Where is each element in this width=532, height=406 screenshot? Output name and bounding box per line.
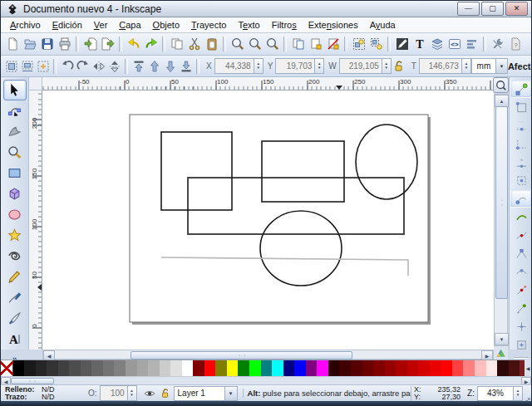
menu-archivo[interactable]: Archivo (4, 18, 47, 32)
color-swatch-ff8080[interactable] (463, 360, 475, 376)
snap-page-border-button[interactable] (510, 335, 532, 354)
import-document-button[interactable] (81, 35, 99, 53)
color-swatch-800000[interactable] (373, 360, 385, 376)
rectangle-tool-button[interactable] (3, 163, 27, 183)
menu-ver[interactable]: Ver (88, 18, 114, 32)
color-swatch-a6a6a6[interactable] (137, 360, 149, 376)
menu-edición[interactable]: Edición (47, 18, 88, 32)
scroll-up-icon[interactable]: ▲ (495, 95, 509, 107)
lower-button[interactable] (162, 57, 178, 76)
document-properties-button[interactable]: ? (506, 35, 524, 53)
clone-button[interactable] (307, 35, 324, 53)
rotate-90-cw-button[interactable] (75, 57, 91, 76)
ungroup-objects-button[interactable] (367, 35, 385, 53)
snap-bbox-edges-button[interactable] (510, 116, 532, 135)
duplicate-button[interactable] (289, 35, 307, 53)
color-swatch-00ffff[interactable] (272, 360, 283, 376)
palette-scrollbar[interactable]: ◀ ▶ (1, 376, 531, 384)
spiral-tool-button[interactable] (3, 246, 27, 267)
snap-bbox-midpoints-button[interactable] (510, 153, 532, 171)
group-objects-button[interactable] (350, 35, 367, 53)
snap-paths-button[interactable] (510, 208, 532, 226)
layers-dialog-button[interactable] (428, 35, 446, 53)
color-swatch-400000[interactable] (339, 360, 351, 376)
horizontal-ruler[interactable]: -50050100150200250300350 (42, 77, 494, 90)
menu-capa[interactable]: Capa (113, 18, 146, 32)
height-spinner[interactable]: ▲▼ (462, 58, 471, 74)
resize-grip[interactable] (523, 386, 531, 401)
unlink-clone-button[interactable] (324, 35, 342, 53)
color-swatch-ff4040[interactable] (452, 360, 464, 376)
zoom-tool-button[interactable] (3, 142, 27, 163)
snap-rotation-centers-button[interactable] (510, 317, 532, 335)
color-swatch-2e0808[interactable] (497, 360, 509, 376)
snap-bbox-button[interactable] (510, 98, 532, 116)
text-dialog-button[interactable]: T (411, 35, 428, 53)
width-spinner[interactable]: ▲▼ (382, 58, 392, 74)
color-swatch-000000[interactable] (13, 360, 25, 376)
menu-objeto[interactable]: Objeto (147, 18, 185, 32)
flip-horizontal-button[interactable] (91, 57, 106, 76)
color-swatch-262626[interactable] (36, 360, 47, 376)
zoom-selection-button[interactable] (229, 35, 246, 53)
export-document-button[interactable] (99, 35, 116, 53)
color-swatch-008080[interactable] (261, 360, 273, 376)
x-spinner[interactable]: ▲▼ (254, 58, 264, 74)
bezier-pen-tool-button[interactable] (3, 287, 27, 308)
x-field[interactable]: 44,338 (214, 58, 254, 74)
cut-button[interactable] (185, 35, 203, 53)
palette-overflow-icon[interactable]: ◀ (525, 360, 531, 376)
color-swatch-ffe9e9[interactable] (486, 360, 498, 376)
color-swatch-808000[interactable] (215, 360, 227, 376)
rotate-90-ccw-button[interactable] (59, 57, 75, 76)
menu-ayuda[interactable]: Ayuda (364, 18, 401, 32)
snap-bbox-centers-button[interactable] (510, 171, 532, 189)
3d-box-tool-button[interactable] (3, 183, 27, 204)
color-swatch-c00000[interactable] (407, 360, 419, 376)
vertical-scroll-thumb[interactable] (495, 106, 508, 299)
layer-dropdown-icon[interactable]: ▼ (225, 386, 238, 401)
color-swatch-404040[interactable] (58, 360, 70, 376)
color-swatch-ff0000[interactable] (204, 360, 216, 376)
redo-button[interactable] (142, 35, 160, 53)
y-spinner[interactable]: ▲▼ (315, 58, 324, 74)
horizontal-scrollbar[interactable]: ◀ ▶ (42, 350, 494, 360)
color-swatch-666666[interactable] (91, 360, 103, 376)
color-swatch-ffffff[interactable] (182, 360, 194, 376)
units-select[interactable]: mm (471, 58, 496, 74)
fill-stroke-indicator[interactable]: Relleno: N/D Trazo: N/D (1, 386, 84, 401)
lower-to-bottom-button[interactable] (178, 57, 194, 76)
color-swatch-00ff00[interactable] (249, 360, 261, 376)
color-swatch-ab0000[interactable] (396, 360, 407, 376)
text-tool-button[interactable]: A (3, 329, 27, 350)
paste-button[interactable] (203, 35, 220, 53)
color-swatch-1a1a1a[interactable] (24, 360, 36, 376)
color-swatch-ff00ff[interactable] (317, 360, 328, 376)
star-tool-button[interactable] (3, 225, 27, 246)
pencil-tool-button[interactable] (3, 267, 27, 287)
color-swatch-2b0000[interactable] (328, 360, 340, 376)
horizontal-scroll-thumb[interactable] (131, 351, 352, 360)
lock-ratio-icon[interactable] (392, 57, 407, 76)
layer-visibility-eye-icon[interactable] (143, 387, 157, 400)
color-swatch-e0e0e0[interactable] (170, 360, 182, 376)
minimize-button[interactable]: — (457, 2, 480, 16)
snap-intersections-button[interactable] (510, 226, 532, 244)
align-dialog-button[interactable] (463, 35, 480, 53)
color-swatch-808080[interactable] (114, 360, 126, 376)
scroll-down-icon[interactable]: ▼ (495, 333, 509, 345)
color-swatch-cccccc[interactable] (160, 360, 171, 376)
selector-button[interactable] (3, 80, 27, 100)
color-swatch-0000ff[interactable] (294, 360, 306, 376)
snap-smooth-nodes-button[interactable] (510, 262, 532, 281)
snap-bbox-corners-button[interactable] (510, 135, 532, 153)
color-swatch-ffff00[interactable] (227, 360, 239, 376)
zoom-drawing-button[interactable] (246, 35, 264, 53)
select-all-button[interactable] (3, 57, 19, 76)
color-swatch-595959[interactable] (81, 360, 92, 376)
y-field[interactable]: 19,703 (275, 58, 315, 74)
height-field[interactable]: 146,673 (419, 58, 462, 74)
deselect-button[interactable] (35, 57, 51, 76)
menu-texto[interactable]: Texto (232, 18, 265, 32)
color-swatch-ea0000[interactable] (430, 360, 441, 376)
